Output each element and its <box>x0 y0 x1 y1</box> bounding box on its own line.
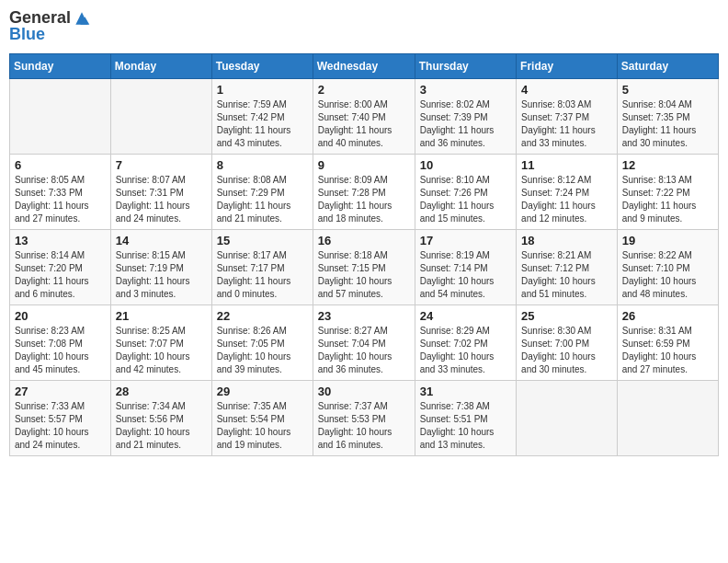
weekday-header-monday: Monday <box>110 53 211 78</box>
day-number: 1 <box>217 83 308 97</box>
day-number: 25 <box>521 309 612 323</box>
calendar-cell <box>617 380 718 455</box>
daylight-text: Daylight: 10 hours and 36 minutes. <box>318 350 410 376</box>
sunrise-text: Sunrise: 8:21 AM <box>521 249 612 262</box>
sunrise-text: Sunrise: 8:02 AM <box>420 98 511 111</box>
day-number: 14 <box>116 234 207 247</box>
sunset-text: Sunset: 7:00 PM <box>521 338 612 350</box>
day-info: Sunrise: 7:33 AMSunset: 5:57 PMDaylight:… <box>15 400 106 452</box>
sunrise-text: Sunrise: 7:34 AM <box>116 400 207 413</box>
daylight-text: Daylight: 11 hours and 9 minutes. <box>622 200 713 225</box>
day-info: Sunrise: 8:00 AMSunset: 7:40 PMDaylight:… <box>318 98 410 150</box>
day-number: 24 <box>420 309 511 323</box>
sunrise-text: Sunrise: 8:29 AM <box>420 325 511 338</box>
calendar-cell: 8Sunrise: 8:08 AMSunset: 7:29 PMDaylight… <box>211 154 313 229</box>
weekday-header-saturday: Saturday <box>617 53 718 78</box>
calendar-cell: 7Sunrise: 8:07 AMSunset: 7:31 PMDaylight… <box>110 154 211 229</box>
sunrise-text: Sunrise: 8:14 AM <box>15 249 106 262</box>
sunrise-text: Sunrise: 8:27 AM <box>318 325 410 338</box>
calendar-cell: 20Sunrise: 8:23 AMSunset: 7:08 PMDayligh… <box>10 304 111 380</box>
sunset-text: Sunset: 7:35 PM <box>622 111 713 124</box>
day-number: 4 <box>521 83 612 97</box>
sunset-text: Sunset: 7:02 PM <box>420 338 511 350</box>
calendar-cell <box>517 380 618 455</box>
day-number: 9 <box>318 158 410 172</box>
day-number: 23 <box>318 309 410 323</box>
day-number: 12 <box>622 158 713 172</box>
sunset-text: Sunset: 7:40 PM <box>318 111 410 124</box>
weekday-header-thursday: Thursday <box>415 53 516 78</box>
day-info: Sunrise: 8:27 AMSunset: 7:04 PMDaylight:… <box>318 325 410 376</box>
sunset-text: Sunset: 7:17 PM <box>217 262 308 275</box>
daylight-text: Daylight: 11 hours and 43 minutes. <box>217 124 308 150</box>
day-number: 10 <box>420 158 511 172</box>
daylight-text: Daylight: 11 hours and 33 minutes. <box>521 124 612 150</box>
calendar-cell: 4Sunrise: 8:03 AMSunset: 7:37 PMDaylight… <box>517 78 618 154</box>
sunset-text: Sunset: 5:53 PM <box>318 413 410 426</box>
day-info: Sunrise: 8:26 AMSunset: 7:05 PMDaylight:… <box>217 325 308 376</box>
daylight-text: Daylight: 10 hours and 13 minutes. <box>420 426 511 452</box>
day-info: Sunrise: 8:02 AMSunset: 7:39 PMDaylight:… <box>420 98 511 150</box>
day-info: Sunrise: 8:07 AMSunset: 7:31 PMDaylight:… <box>116 174 207 225</box>
day-info: Sunrise: 8:22 AMSunset: 7:10 PMDaylight:… <box>622 249 713 301</box>
sunrise-text: Sunrise: 8:13 AM <box>622 174 713 187</box>
sunset-text: Sunset: 7:26 PM <box>420 187 511 200</box>
calendar-cell: 6Sunrise: 8:05 AMSunset: 7:33 PMDaylight… <box>10 154 111 229</box>
sunset-text: Sunset: 6:59 PM <box>622 338 713 350</box>
day-info: Sunrise: 8:29 AMSunset: 7:02 PMDaylight:… <box>420 325 511 376</box>
calendar-cell: 2Sunrise: 8:00 AMSunset: 7:40 PMDaylight… <box>313 78 415 154</box>
calendar-cell: 17Sunrise: 8:19 AMSunset: 7:14 PMDayligh… <box>415 229 516 304</box>
sunrise-text: Sunrise: 8:23 AM <box>15 325 106 338</box>
sunrise-text: Sunrise: 8:05 AM <box>15 174 106 187</box>
daylight-text: Daylight: 11 hours and 0 minutes. <box>217 275 308 301</box>
weekday-header-friday: Friday <box>517 53 618 78</box>
daylight-text: Daylight: 11 hours and 18 minutes. <box>318 200 410 225</box>
day-number: 20 <box>15 309 106 323</box>
day-info: Sunrise: 8:18 AMSunset: 7:15 PMDaylight:… <box>318 249 410 301</box>
daylight-text: Daylight: 11 hours and 15 minutes. <box>420 200 511 225</box>
day-number: 29 <box>217 385 308 398</box>
day-number: 6 <box>15 158 106 172</box>
calendar-cell: 27Sunrise: 7:33 AMSunset: 5:57 PMDayligh… <box>10 380 111 455</box>
sunset-text: Sunset: 7:19 PM <box>116 262 207 275</box>
sunrise-text: Sunrise: 8:19 AM <box>420 249 511 262</box>
calendar-cell: 24Sunrise: 8:29 AMSunset: 7:02 PMDayligh… <box>415 304 516 380</box>
sunset-text: Sunset: 7:22 PM <box>622 187 713 200</box>
day-info: Sunrise: 7:59 AMSunset: 7:42 PMDaylight:… <box>217 98 308 150</box>
daylight-text: Daylight: 10 hours and 24 minutes. <box>15 426 106 452</box>
logo: General Blue <box>9 9 91 44</box>
day-info: Sunrise: 8:05 AMSunset: 7:33 PMDaylight:… <box>15 174 106 225</box>
page-header: General Blue <box>9 9 719 44</box>
sunset-text: Sunset: 5:56 PM <box>116 413 207 426</box>
sunrise-text: Sunrise: 8:15 AM <box>116 249 207 262</box>
daylight-text: Daylight: 11 hours and 36 minutes. <box>420 124 511 150</box>
sunrise-text: Sunrise: 8:09 AM <box>318 174 410 187</box>
sunset-text: Sunset: 7:20 PM <box>15 262 106 275</box>
day-info: Sunrise: 8:04 AMSunset: 7:35 PMDaylight:… <box>622 98 713 150</box>
sunrise-text: Sunrise: 8:10 AM <box>420 174 511 187</box>
sunset-text: Sunset: 7:42 PM <box>217 111 308 124</box>
daylight-text: Daylight: 11 hours and 24 minutes. <box>116 200 207 225</box>
daylight-text: Daylight: 11 hours and 30 minutes. <box>622 124 713 150</box>
calendar-cell: 15Sunrise: 8:17 AMSunset: 7:17 PMDayligh… <box>211 229 313 304</box>
weekday-header-sunday: Sunday <box>10 53 111 78</box>
calendar-cell: 22Sunrise: 8:26 AMSunset: 7:05 PMDayligh… <box>211 304 313 380</box>
daylight-text: Daylight: 11 hours and 27 minutes. <box>15 200 106 225</box>
calendar-cell: 23Sunrise: 8:27 AMSunset: 7:04 PMDayligh… <box>313 304 415 380</box>
day-info: Sunrise: 8:23 AMSunset: 7:08 PMDaylight:… <box>15 325 106 376</box>
calendar-cell: 13Sunrise: 8:14 AMSunset: 7:20 PMDayligh… <box>10 229 111 304</box>
day-number: 13 <box>15 234 106 247</box>
daylight-text: Daylight: 10 hours and 45 minutes. <box>15 350 106 376</box>
sunrise-text: Sunrise: 8:30 AM <box>521 325 612 338</box>
daylight-text: Daylight: 10 hours and 33 minutes. <box>420 350 511 376</box>
calendar-cell: 3Sunrise: 8:02 AMSunset: 7:39 PMDaylight… <box>415 78 516 154</box>
daylight-text: Daylight: 10 hours and 51 minutes. <box>521 275 612 301</box>
calendar-cell: 21Sunrise: 8:25 AMSunset: 7:07 PMDayligh… <box>110 304 211 380</box>
day-info: Sunrise: 7:38 AMSunset: 5:51 PMDaylight:… <box>420 400 511 452</box>
day-number: 18 <box>521 234 612 247</box>
calendar-cell: 19Sunrise: 8:22 AMSunset: 7:10 PMDayligh… <box>617 229 718 304</box>
calendar-table: SundayMondayTuesdayWednesdayThursdayFrid… <box>9 53 719 456</box>
day-number: 3 <box>420 83 511 97</box>
sunset-text: Sunset: 7:14 PM <box>420 262 511 275</box>
day-info: Sunrise: 8:30 AMSunset: 7:00 PMDaylight:… <box>521 325 612 376</box>
